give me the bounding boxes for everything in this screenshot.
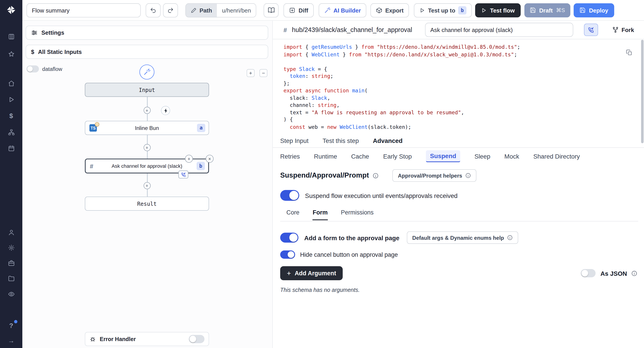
info-icon[interactable] [373,172,379,179]
trigger-bolt-button[interactable] [161,106,170,115]
add-step-button[interactable]: + [143,144,150,151]
folders-icon[interactable] [6,273,16,283]
windmill-flow-editor: $ ? → Path u/henri/ben Diff [0,0,644,348]
tab-retries[interactable]: Retries [280,152,300,160]
ai-flow-wand-button[interactable] [140,65,154,80]
add-step-button[interactable]: + [143,107,150,114]
fork-button[interactable]: Fork [610,26,636,34]
tab-step-input[interactable]: Step Input [280,137,308,144]
form-toggle-label: Add a form to the approval page [304,234,399,241]
test-up-to-button[interactable]: Test up to b [414,3,472,17]
play-icon [481,7,487,13]
form-toggle[interactable] [280,232,298,242]
add-step-button[interactable]: + [143,182,150,189]
undo-button[interactable] [146,3,161,17]
step-editor-panel: # hub/2439/slack/ask_channel_for_approva… [273,21,644,348]
hide-cancel-toggle[interactable] [280,250,295,259]
schedules-icon[interactable] [6,143,16,153]
default-args-help-button[interactable]: Default args & Dynamic enums help [407,232,518,244]
shortcut-hint: ⌘S [556,7,565,13]
audit-logs-icon[interactable] [6,289,16,299]
tab-runtime[interactable]: Runtime [314,152,337,160]
error-handler-toggle[interactable] [189,335,204,343]
step-summary-input[interactable] [425,23,573,37]
export-icon [376,7,382,14]
expand-rail-icon[interactable]: → [6,336,16,346]
as-json-toggle[interactable] [580,269,596,277]
windmill-logo-icon[interactable] [6,5,16,15]
suspend-indicator-button[interactable] [584,24,598,36]
step-badge: b [458,6,466,14]
dollar-icon: $ [31,48,34,55]
favorites-star-icon[interactable] [6,49,16,58]
workers-icon[interactable] [6,258,16,268]
step-badge: a [197,124,205,132]
add-argument-button[interactable]: + Add Argument [280,266,343,280]
tab-cache[interactable]: Cache [351,152,369,160]
ai-builder-button[interactable]: AI Builder [319,3,366,17]
tab-suspend[interactable]: Suspend [426,150,460,162]
runs-icon[interactable] [6,94,16,104]
docs-book-button[interactable] [264,3,279,17]
slack-icon: # [284,26,287,33]
draft-button[interactable]: Draft ⌘S [524,3,570,17]
approval-helpers-button[interactable]: Approval/Prompt helpers [392,169,476,182]
save-icon [530,7,536,13]
plus-icon: + [287,270,291,277]
suspend-subtabs: Core Form Permissions [280,209,638,222]
export-button[interactable]: Export [370,3,409,17]
move-step-button[interactable]: + [185,155,193,162]
tab-mock[interactable]: Mock [504,152,519,160]
subtab-permissions[interactable]: Permissions [341,209,374,220]
path-label: Path [200,7,212,14]
deploy-button[interactable]: Deploy [574,3,614,17]
redo-button[interactable] [163,3,178,17]
node-result[interactable]: Result [85,196,209,211]
zoom-out-button[interactable]: − [260,69,268,77]
tab-advanced[interactable]: Advanced [373,137,403,144]
info-icon [507,234,513,240]
play-icon [419,7,425,13]
diff-button[interactable]: Diff [284,3,314,17]
wand-icon [324,7,331,14]
tab-shared-directory[interactable]: Shared Directory [533,152,580,160]
code-editor-area: import { getResumeUrls } from "https://d… [273,39,644,134]
zoom-in-button[interactable]: + [247,69,254,77]
error-handler-row[interactable]: Error Handler [85,332,209,346]
info-icon[interactable] [631,270,638,276]
copy-code-button[interactable] [625,48,633,57]
users-icon[interactable] [6,227,16,237]
tab-sleep[interactable]: Sleep [474,152,490,160]
script-path: hub/2439/slack/ask_channel_for_approval [292,26,412,34]
fork-icon [612,26,619,33]
node-input[interactable]: Input [85,83,209,97]
code-editor[interactable]: import { getResumeUrls } from "https://d… [284,44,644,130]
scrollbar-thumb[interactable] [641,40,644,143]
path-control[interactable]: Path u/henri/ben [185,3,256,17]
suspend-toggle[interactable] [280,190,299,201]
help-icon[interactable]: ? [6,321,16,330]
delete-step-button[interactable]: × [206,155,214,162]
step-tabs: Step Input Test this step Advanced [273,134,644,148]
flow-settings-button[interactable]: Settings [26,26,268,40]
node-inline-bun[interactable]: TS Inline Bun a [85,121,209,135]
test-flow-button[interactable]: Test flow [475,3,520,17]
tab-test-this-step[interactable]: Test this step [323,137,359,144]
diff-icon [289,7,296,14]
info-icon [465,173,471,178]
resources-icon[interactable] [6,127,16,137]
bug-icon [90,336,96,342]
variables-icon[interactable]: $ [6,111,16,121]
hide-cancel-label: Hide cancel button on approval page [300,251,398,258]
home-icon[interactable] [6,78,16,88]
apps-icon[interactable] [6,32,16,42]
flow-summary-input[interactable] [26,3,141,17]
settings-icon[interactable] [6,243,16,252]
dataflow-label: dataflow [42,66,62,72]
tab-early-stop[interactable]: Early Stop [383,152,412,160]
static-inputs-button[interactable]: $ All Static Inputs [26,45,268,59]
node-approval-selected[interactable]: # Ask channel for approval (slack) b + × [85,158,209,174]
subtab-core[interactable]: Core [286,209,300,220]
dataflow-toggle[interactable] [26,65,39,72]
subtab-form[interactable]: Form [312,209,328,220]
